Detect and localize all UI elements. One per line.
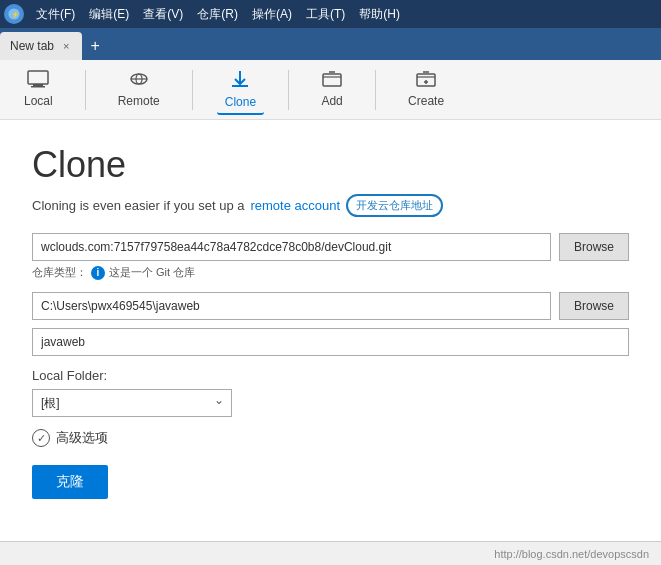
toolbar-local-label: Local bbox=[24, 94, 53, 108]
repo-url-row: Browse bbox=[32, 233, 629, 261]
toolbar-create[interactable]: Create bbox=[400, 66, 452, 114]
svg-rect-4 bbox=[31, 86, 45, 88]
repo-name-row bbox=[32, 328, 629, 356]
menu-repo[interactable]: 仓库(R) bbox=[191, 4, 244, 25]
toolbar-clone[interactable]: Clone bbox=[217, 65, 264, 115]
local-path-row: Browse bbox=[32, 292, 629, 320]
chevron-circle-icon: ✓ bbox=[32, 429, 50, 447]
svg-rect-3 bbox=[33, 84, 43, 86]
menu-action[interactable]: 操作(A) bbox=[246, 4, 298, 25]
svg-text:⚡: ⚡ bbox=[11, 10, 20, 19]
subtitle-text: Cloning is even easier if you set up a bbox=[32, 198, 244, 213]
toolbar-local[interactable]: Local bbox=[16, 66, 61, 114]
toolbar-remote[interactable]: Remote bbox=[110, 66, 168, 114]
toolbar-add-label: Add bbox=[321, 94, 342, 108]
cloud-repo-bubble[interactable]: 开发云仓库地址 bbox=[346, 194, 443, 217]
footer: http://blog.csdn.net/devopscsdn bbox=[0, 541, 661, 565]
tab-bar: New tab × + bbox=[0, 28, 661, 60]
repo-url-input[interactable] bbox=[32, 233, 551, 261]
clone-icon bbox=[229, 69, 251, 92]
tab-new[interactable]: New tab × bbox=[0, 32, 82, 60]
toolbar-separator-4 bbox=[375, 70, 376, 110]
toolbar-clone-label: Clone bbox=[225, 95, 256, 109]
advanced-options-row[interactable]: ✓ 高级选项 bbox=[32, 429, 629, 447]
menu-bar: ⚡ 文件(F) 编辑(E) 查看(V) 仓库(R) 操作(A) 工具(T) 帮助… bbox=[0, 0, 661, 28]
svg-rect-8 bbox=[232, 85, 248, 87]
new-tab-button[interactable]: + bbox=[82, 32, 107, 60]
toolbar: Local Remote Clone Add Create bbox=[0, 60, 661, 120]
local-folder-select[interactable]: [根] src main test bbox=[32, 389, 232, 417]
page-title: Clone bbox=[32, 144, 629, 186]
menu-edit[interactable]: 编辑(E) bbox=[83, 4, 135, 25]
repo-type-text: 这是一个 Git 仓库 bbox=[109, 265, 195, 280]
info-icon: i bbox=[91, 266, 105, 280]
menu-view[interactable]: 查看(V) bbox=[137, 4, 189, 25]
toolbar-remote-label: Remote bbox=[118, 94, 160, 108]
menu-tools[interactable]: 工具(T) bbox=[300, 4, 351, 25]
repo-name-input[interactable] bbox=[32, 328, 629, 356]
browse-button-1[interactable]: Browse bbox=[559, 233, 629, 261]
local-folder-section: Local Folder: [根] src main test bbox=[32, 368, 629, 417]
toolbar-add[interactable]: Add bbox=[313, 66, 351, 114]
svg-rect-9 bbox=[323, 74, 341, 86]
clone-button[interactable]: 克隆 bbox=[32, 465, 108, 499]
toolbar-separator-1 bbox=[85, 70, 86, 110]
tab-label: New tab bbox=[10, 39, 54, 53]
toolbar-separator-2 bbox=[192, 70, 193, 110]
remote-icon bbox=[128, 70, 150, 91]
local-folder-label: Local Folder: bbox=[32, 368, 629, 383]
browse-button-2[interactable]: Browse bbox=[559, 292, 629, 320]
local-folder-select-wrapper: [根] src main test bbox=[32, 389, 232, 417]
main-content: Clone Cloning is even easier if you set … bbox=[0, 120, 661, 541]
add-icon bbox=[321, 70, 343, 91]
remote-account-link[interactable]: remote account bbox=[250, 198, 340, 213]
advanced-options-label: 高级选项 bbox=[56, 429, 108, 447]
local-icon bbox=[27, 70, 49, 91]
subtitle: Cloning is even easier if you set up a r… bbox=[32, 194, 629, 217]
repo-type-hint: 仓库类型： i 这是一个 Git 仓库 bbox=[32, 265, 629, 280]
menu-file[interactable]: 文件(F) bbox=[30, 4, 81, 25]
toolbar-separator-3 bbox=[288, 70, 289, 110]
create-icon bbox=[415, 70, 437, 91]
app-icon: ⚡ bbox=[4, 4, 24, 24]
footer-url: http://blog.csdn.net/devopscsdn bbox=[494, 548, 649, 560]
toolbar-create-label: Create bbox=[408, 94, 444, 108]
menu-help[interactable]: 帮助(H) bbox=[353, 4, 406, 25]
local-path-input[interactable] bbox=[32, 292, 551, 320]
svg-rect-2 bbox=[28, 71, 48, 84]
tab-close-button[interactable]: × bbox=[60, 39, 72, 53]
